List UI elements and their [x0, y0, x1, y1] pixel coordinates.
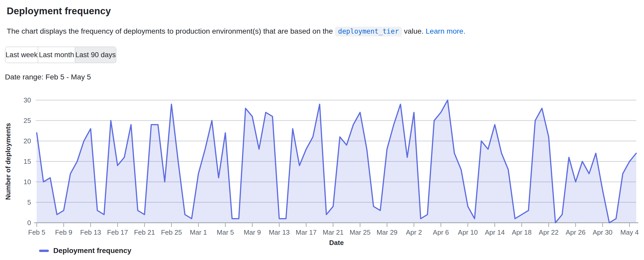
- y-tick-label: 30: [24, 96, 31, 104]
- y-tick-label: 10: [24, 178, 31, 186]
- x-tick-label: Mar 29: [377, 228, 398, 236]
- x-tick-label: Mar 9: [244, 228, 261, 236]
- chart-description: The chart displays the frequency of depl…: [7, 27, 465, 36]
- x-tick-label: Apr 14: [485, 228, 505, 236]
- description-text-after: value.: [402, 27, 426, 35]
- y-tick-label: 15: [24, 158, 31, 165]
- x-tick-label: Apr 22: [539, 228, 559, 236]
- last-90-days-button[interactable]: Last 90 days: [75, 47, 116, 63]
- y-tick-label: 5: [27, 198, 31, 206]
- x-tick-label: Mar 17: [296, 228, 317, 236]
- x-axis-title: Date: [329, 239, 344, 247]
- x-tick-label: Feb 13: [80, 228, 101, 236]
- x-tick-label: Apr 10: [458, 228, 478, 236]
- x-tick-label: Feb 17: [107, 228, 128, 236]
- last-week-button[interactable]: Last week: [5, 47, 38, 63]
- last-month-button[interactable]: Last month: [38, 47, 75, 63]
- x-tick-label: Mar 5: [217, 228, 234, 236]
- x-tick-label: Feb 25: [161, 228, 182, 236]
- x-tick-label: Mar 1: [190, 228, 207, 236]
- x-tick-label: Apr 18: [512, 228, 532, 236]
- y-tick-label: 25: [24, 117, 31, 124]
- x-tick-label: Feb 21: [134, 228, 155, 236]
- deployment-frequency-chart: Feb 5Feb 9Feb 13Feb 17Feb 21Feb 25Mar 1M…: [0, 0, 644, 260]
- y-axis-title: Number of deployments: [4, 123, 12, 200]
- learn-more-link[interactable]: Learn more.: [426, 27, 466, 35]
- y-tick-label: 20: [24, 137, 31, 145]
- deployment-tier-code-chip: deployment_tier: [335, 27, 402, 36]
- legend-line-swatch: [39, 250, 49, 252]
- x-tick-label: Apr 30: [593, 228, 612, 236]
- x-tick-label: Apr 26: [566, 228, 586, 236]
- y-tick-label: 0: [27, 219, 31, 227]
- legend-series-label: Deployment frequency: [53, 247, 131, 255]
- x-tick-label: Feb 9: [55, 228, 72, 236]
- x-tick-label: Mar 25: [350, 228, 371, 236]
- x-tick-label: Mar 13: [269, 228, 290, 236]
- x-tick-label: Mar 21: [323, 228, 344, 236]
- date-range-label: Date range: Feb 5 - May 5: [5, 73, 91, 81]
- x-tick-label: Feb 5: [28, 228, 46, 236]
- x-tick-label: May 4: [620, 228, 639, 236]
- description-text-before: The chart displays the frequency of depl…: [7, 27, 335, 35]
- x-tick-label: Apr 6: [433, 228, 449, 236]
- page-title: Deployment frequency: [7, 6, 111, 17]
- chart-legend: Deployment frequency: [39, 247, 131, 255]
- time-range-button-group: Last week Last month Last 90 days: [5, 47, 116, 63]
- x-tick-label: Apr 2: [406, 228, 422, 236]
